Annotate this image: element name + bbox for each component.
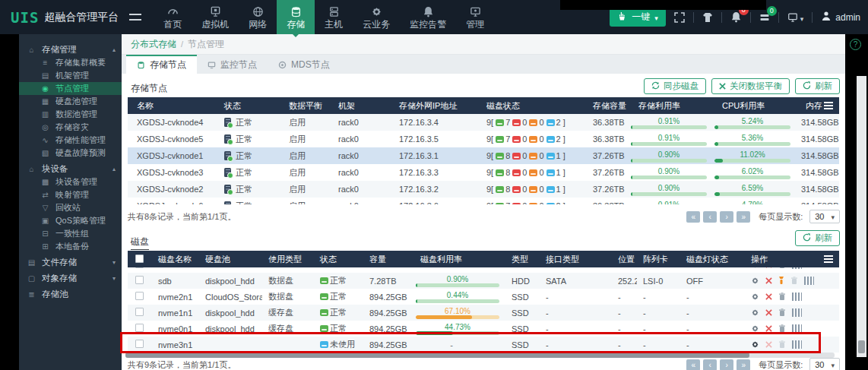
column-header[interactable]: 机架 bbox=[329, 100, 390, 112]
nav-network[interactable]: 网络 bbox=[239, 0, 277, 34]
sidebar-item-block-device-mgmt[interactable]: ▩ 块设备管理 bbox=[19, 176, 122, 188]
sidebar-item-consistency-group[interactable]: ⊟ 一致性组 bbox=[19, 227, 122, 240]
sidebar-item-recycle-bin[interactable]: ▽ 回收站 bbox=[19, 201, 122, 214]
delete-icon[interactable] bbox=[765, 325, 772, 332]
close-data-balance-button[interactable]: 关闭数据平衡 bbox=[711, 78, 790, 94]
fullscreen-icon[interactable] bbox=[674, 12, 685, 23]
column-header[interactable]: 位置 bbox=[612, 254, 637, 265]
sidebar-item-mapping-mgmt[interactable]: ⇄ 映射管理 bbox=[19, 188, 122, 201]
nav-home[interactable]: 首页 bbox=[154, 0, 192, 34]
column-header[interactable]: 接口类型 bbox=[540, 254, 612, 265]
console-icon[interactable] bbox=[787, 11, 804, 24]
first-page-button[interactable]: « bbox=[686, 359, 700, 370]
columns-icon[interactable] bbox=[792, 293, 802, 301]
trash-icon[interactable] bbox=[778, 324, 786, 333]
nav-vm[interactable]: 虚拟机 bbox=[192, 0, 239, 34]
delete-icon[interactable] bbox=[765, 341, 772, 348]
column-header[interactable]: 磁盘利用率 bbox=[414, 254, 505, 265]
column-header[interactable]: 存储利用率 bbox=[629, 100, 713, 112]
sidebar-item-object-storage[interactable]: ▢ 对象存储 ▾ bbox=[19, 272, 122, 285]
table-row[interactable]: XGDSJ-cvknode4 正常 启用 rack0 172.16.3.4 9[… bbox=[128, 114, 839, 131]
column-header[interactable]: 状态 bbox=[215, 100, 280, 112]
last-page-button[interactable]: » bbox=[737, 359, 750, 370]
sidebar-item-diskpool-mgmt[interactable]: ▦ 硬盘池管理 bbox=[19, 95, 122, 108]
refresh-button[interactable]: 刷新 bbox=[795, 78, 840, 94]
column-header[interactable]: 磁盘状态 bbox=[477, 100, 584, 112]
one-key-button[interactable]: 一键 bbox=[610, 8, 666, 27]
row-checkbox[interactable] bbox=[135, 267, 144, 268]
prev-page-button[interactable]: ‹ bbox=[703, 359, 717, 370]
column-header[interactable]: 名称 bbox=[128, 100, 215, 112]
table-row[interactable]: XGDSJ-cvknode1 正常 启用 rack0 172.16.3.1 9[… bbox=[128, 147, 839, 164]
column-header[interactable]: 类型 bbox=[505, 254, 540, 265]
row-checkbox[interactable] bbox=[135, 324, 144, 332]
columns-icon[interactable] bbox=[792, 324, 802, 333]
column-header[interactable]: 阵列卡 bbox=[637, 254, 680, 265]
settings-icon[interactable] bbox=[751, 277, 759, 285]
sidebar-item-file-storage[interactable]: ▤ 文件存储 ▾ bbox=[19, 256, 122, 269]
column-header[interactable]: 磁盘名称 bbox=[152, 254, 199, 265]
breadcrumb-section[interactable]: 分布式存储 bbox=[131, 38, 176, 51]
menu-toggle-icon[interactable] bbox=[129, 14, 141, 21]
column-header[interactable]: 存储外网IP地址 bbox=[390, 100, 477, 112]
sidebar-item-disk-failure-predict[interactable]: ▧ 硬盘故障预测 bbox=[19, 147, 122, 160]
column-header[interactable]: 状态 bbox=[314, 254, 363, 265]
first-page-button[interactable]: « bbox=[686, 211, 700, 223]
columns-icon[interactable] bbox=[792, 340, 802, 349]
sidebar-item-datapool-mgmt[interactable]: ▥ 数据池管理 bbox=[19, 108, 122, 121]
page-size-select[interactable]: 30 bbox=[809, 210, 840, 223]
tab-storage-nodes[interactable]: 存储节点 bbox=[126, 55, 197, 74]
sidebar-item-local-backup[interactable]: ⊞ 本地备份 bbox=[19, 240, 122, 253]
trash-icon[interactable] bbox=[778, 340, 786, 349]
nav-monitor-alarm[interactable]: 监控告警 bbox=[400, 0, 456, 34]
prev-page-button[interactable]: ‹ bbox=[703, 211, 717, 223]
sidebar-item-storage-perf-mgmt[interactable]: ∿ 存储性能管理 bbox=[19, 134, 122, 147]
table-row[interactable]: nvme3n1 未使用 894.25GB - SSD - - - - bbox=[128, 337, 839, 353]
sidebar-item-rack-mgmt[interactable]: ▤ 机架管理 bbox=[19, 69, 122, 82]
row-checkbox[interactable] bbox=[135, 308, 144, 316]
nav-host[interactable]: 主机 bbox=[315, 0, 353, 34]
sidebar-item-cluster-overview[interactable]: ≡ 存储集群概要 bbox=[19, 56, 122, 69]
table-row[interactable]: nvme1n1 diskpool_hdd 缓存盘 正常 894.25GB 67.… bbox=[128, 305, 839, 321]
column-header[interactable]: 存储容量 bbox=[584, 100, 629, 112]
table-row[interactable]: XGDSJ-cvknode6 正常 启用 rack0 172.16.3.6 9[… bbox=[128, 198, 839, 204]
settings-icon[interactable] bbox=[751, 308, 759, 317]
settings-icon[interactable] bbox=[751, 267, 759, 269]
settings-icon[interactable] bbox=[751, 340, 759, 349]
column-header[interactable]: 容量 bbox=[363, 254, 414, 265]
row-checkbox[interactable] bbox=[135, 276, 144, 284]
sidebar-item-storage-dr[interactable]: ◎ 存储容灾 bbox=[19, 121, 122, 134]
sync-disk-button[interactable]: 同步磁盘 bbox=[644, 78, 706, 94]
sidebar-item-node-mgmt[interactable]: ◉ 节点管理 bbox=[19, 82, 122, 95]
user-menu[interactable]: admin bbox=[821, 11, 860, 24]
sidebar-item-storage-mgmt[interactable]: ⌂ 存储管理 ▴ bbox=[19, 43, 122, 56]
table-row[interactable]: XGDSJ-cvknode2 正常 启用 rack0 172.16.3.2 9[… bbox=[128, 181, 839, 198]
column-header[interactable]: CPU利用率 bbox=[713, 100, 797, 112]
delete-icon[interactable] bbox=[765, 293, 772, 300]
columns-icon[interactable] bbox=[792, 308, 802, 317]
task-center-icon[interactable]: 0 bbox=[759, 12, 770, 23]
nav-management[interactable]: 管理 bbox=[456, 0, 494, 34]
disks-refresh-button[interactable]: 刷新 bbox=[795, 230, 840, 246]
trash-icon[interactable] bbox=[778, 267, 786, 269]
table-row[interactable] bbox=[128, 267, 839, 273]
delete-icon[interactable] bbox=[765, 277, 772, 284]
table-row[interactable]: sdb diskpool_hdd 数据盘 正常 7.28TB 0.90% HDD… bbox=[128, 273, 839, 289]
table-row[interactable]: XGDSJ-cvknode3 正常 启用 rack0 172.16.3.3 9[… bbox=[128, 164, 839, 181]
row-checkbox[interactable] bbox=[135, 292, 144, 300]
trash-icon[interactable] bbox=[790, 277, 798, 285]
table-row[interactable]: nvme2n1 CloudOS_Storage 数据盘 正常 894.25GB … bbox=[128, 289, 839, 305]
row-checkbox[interactable] bbox=[135, 340, 144, 348]
delete-icon[interactable] bbox=[765, 309, 772, 316]
settings-icon[interactable] bbox=[751, 293, 759, 301]
delete-icon[interactable] bbox=[765, 267, 772, 268]
table-row[interactable]: XGDSJ-cvknode5 正常 启用 rack0 172.16.3.5 9[… bbox=[128, 131, 839, 147]
column-header[interactable]: 数据平衡 bbox=[280, 100, 329, 112]
vertical-scrollbar[interactable] bbox=[857, 76, 866, 357]
settings-icon[interactable] bbox=[751, 324, 759, 333]
sidebar-item-qos-policy-mgmt[interactable]: ▣ QoS策略管理 bbox=[19, 214, 122, 227]
page-size-select[interactable]: 30 bbox=[809, 358, 840, 370]
column-header[interactable]: 磁盘灯状态 bbox=[680, 254, 745, 265]
alarm-bell-icon[interactable]: 0 bbox=[730, 11, 742, 23]
columns-icon[interactable] bbox=[804, 277, 814, 285]
